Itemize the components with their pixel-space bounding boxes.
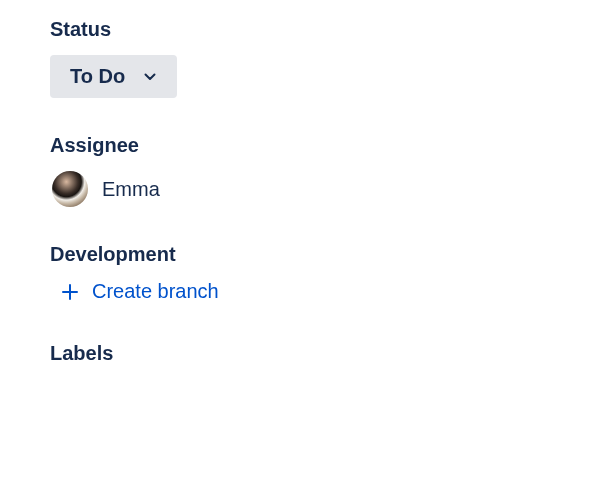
plus-icon [60, 282, 80, 302]
development-section: Development Create branch [50, 243, 598, 306]
assignee-section: Assignee Emma [50, 134, 598, 207]
avatar [52, 171, 88, 207]
create-branch-link[interactable]: Create branch [50, 280, 219, 303]
development-title: Development [50, 243, 598, 266]
labels-title: Labels [50, 342, 598, 365]
status-section: Status To Do [50, 18, 598, 98]
status-dropdown-button[interactable]: To Do [50, 55, 177, 98]
assignee-row[interactable]: Emma [50, 171, 598, 207]
assignee-name: Emma [102, 178, 160, 201]
labels-section: Labels [50, 342, 598, 365]
assignee-title: Assignee [50, 134, 598, 157]
status-value: To Do [70, 65, 125, 88]
chevron-down-icon [143, 70, 157, 84]
status-title: Status [50, 18, 598, 41]
create-branch-label: Create branch [92, 280, 219, 303]
